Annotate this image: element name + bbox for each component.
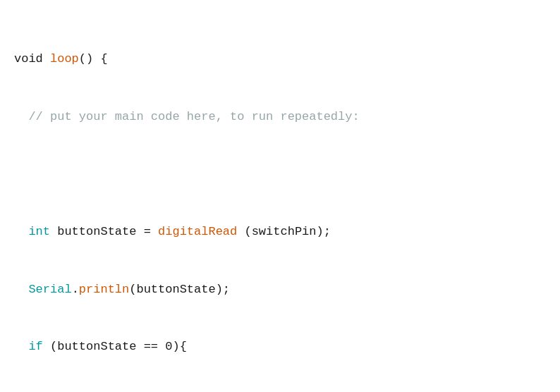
token: buttonState = <box>50 225 158 238</box>
token: println <box>79 283 129 296</box>
code-line-6: if (buttonState == 0){ <box>14 337 546 356</box>
token-int: int <box>28 225 50 238</box>
token <box>14 283 28 296</box>
token: (buttonState); <box>129 283 230 296</box>
token: (switchPin); <box>237 225 331 238</box>
token: () { <box>79 52 108 66</box>
code-editor: void loop() { // put your main code here… <box>14 11 546 392</box>
token: if <box>28 340 42 353</box>
token: void <box>14 52 50 66</box>
token: loop <box>50 52 79 66</box>
token <box>14 340 28 353</box>
code-line-2: // put your main code here, to run repea… <box>14 107 546 126</box>
code-line-1: void loop() { <box>14 49 546 68</box>
token <box>14 225 28 238</box>
token: // put your main code here, to run repea… <box>14 110 360 123</box>
code-line-3 <box>14 165 546 184</box>
token: digitalRead <box>158 225 237 238</box>
token: (buttonState == 0){ <box>43 340 187 353</box>
code-line-4: int buttonState = digitalRead (switchPin… <box>14 222 546 241</box>
token: . <box>72 283 79 296</box>
code-line-5: Serial.println(buttonState); <box>14 280 546 299</box>
token: Serial <box>28 283 71 296</box>
